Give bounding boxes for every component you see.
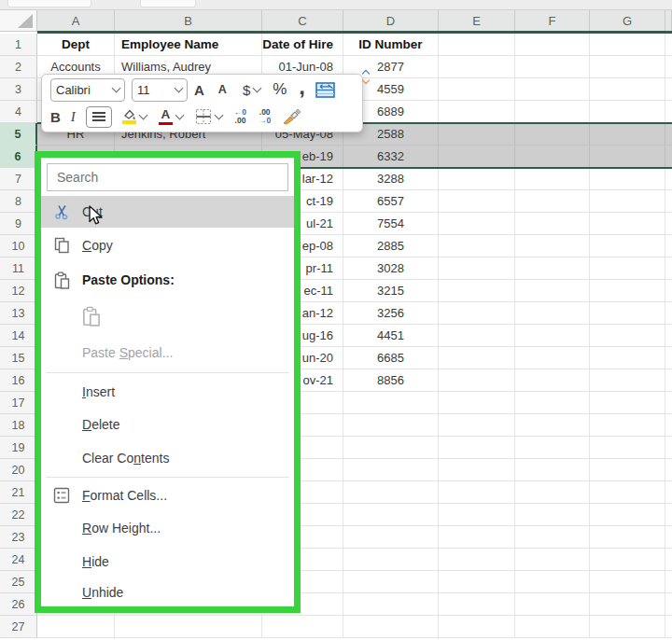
cell-D23[interactable] (343, 526, 439, 549)
format-painter-button[interactable] (282, 108, 301, 125)
column-header-D[interactable]: D (343, 10, 439, 32)
row-header-11[interactable]: 11 (0, 257, 37, 280)
cell-G4[interactable] (590, 101, 665, 123)
italic-button[interactable]: I (71, 109, 76, 125)
accounting-format-button[interactable]: $ (243, 82, 260, 98)
font-size-combo[interactable]: 11 (132, 78, 188, 102)
menu-item-paste-special[interactable]: Paste Special... (41, 335, 294, 370)
cell-D20[interactable] (343, 459, 439, 481)
row-header-21[interactable]: 21 (0, 481, 37, 504)
cell-D11[interactable]: 3028 (343, 257, 439, 280)
row-header-4[interactable]: 4 (0, 101, 37, 123)
cell-D19[interactable] (343, 437, 439, 459)
menu-item-unhide[interactable]: Unhide (41, 577, 294, 606)
menu-item-format-cells[interactable]: Format Cells... (41, 480, 294, 511)
cell-F26[interactable] (515, 593, 590, 616)
search-input[interactable] (47, 163, 288, 191)
column-header-F[interactable]: F (515, 10, 590, 32)
cell-E2[interactable] (439, 56, 515, 78)
row-header-22[interactable]: 22 (0, 504, 37, 526)
cell-E19[interactable] (439, 437, 515, 459)
cell-F2[interactable] (515, 56, 590, 78)
cell-E12[interactable] (439, 280, 515, 302)
font-color-button[interactable]: A (159, 108, 183, 125)
row-header-16[interactable]: 16 (0, 369, 37, 392)
cell-E22[interactable] (439, 504, 515, 526)
cell-F4[interactable] (515, 101, 590, 123)
cell-G26[interactable] (590, 593, 665, 616)
menu-item-copy[interactable]: Copy (41, 228, 294, 262)
cell-D10[interactable]: 2885 (343, 235, 439, 257)
cell-E16[interactable] (439, 369, 515, 392)
comma-style-button[interactable]: , (299, 88, 305, 91)
cell-F19[interactable] (515, 437, 590, 459)
cell-D14[interactable]: 4451 (343, 325, 439, 347)
row-header-15[interactable]: 15 (0, 347, 37, 369)
increase-font-size-button[interactable]: A (194, 82, 204, 98)
cell-D22[interactable] (343, 504, 439, 526)
cell-F24[interactable] (515, 549, 590, 571)
cell-B1[interactable]: Employee Name (115, 34, 262, 56)
cell-E23[interactable] (439, 526, 515, 549)
column-header-G[interactable]: G (590, 10, 665, 32)
percent-style-button[interactable]: % (273, 80, 287, 99)
cell-A27[interactable] (37, 616, 115, 638)
row-header-9[interactable]: 9 (0, 213, 37, 235)
menu-item-paste-options[interactable]: Paste Options: (41, 262, 294, 298)
cell-E20[interactable] (439, 459, 515, 481)
cell-G25[interactable] (590, 571, 665, 593)
cell-G23[interactable] (590, 526, 665, 549)
font-name-combo[interactable]: Calibri (50, 78, 125, 102)
cell-F23[interactable] (515, 526, 590, 549)
row-header-23[interactable]: 23 (0, 526, 37, 549)
row-header-2[interactable]: 2 (0, 56, 37, 78)
cell-B27[interactable] (115, 616, 262, 638)
cell-G10[interactable] (590, 235, 665, 257)
row-header-6[interactable]: 6 (0, 146, 37, 168)
cell-G8[interactable] (590, 190, 665, 213)
cell-D6[interactable]: 6332 (343, 146, 439, 168)
cell-G27[interactable] (590, 616, 665, 638)
cell-F13[interactable] (515, 302, 590, 325)
select-all-corner[interactable] (0, 10, 37, 32)
cell-D16[interactable]: 8856 (343, 369, 439, 392)
decrease-decimal-button[interactable]: ←0 .00 (234, 108, 246, 125)
cell-D25[interactable] (343, 571, 439, 593)
fill-color-button[interactable] (122, 109, 147, 124)
cell-F20[interactable] (515, 459, 590, 481)
cell-D21[interactable] (343, 481, 439, 504)
cell-E4[interactable] (439, 101, 515, 123)
row-header-25[interactable]: 25 (0, 571, 37, 593)
cell-E9[interactable] (439, 213, 515, 235)
cell-E5[interactable] (439, 123, 515, 146)
cell-F7[interactable] (515, 168, 590, 190)
cell-F3[interactable] (515, 78, 590, 101)
cell-F22[interactable] (515, 504, 590, 526)
row-header-26[interactable]: 26 (0, 593, 37, 616)
row-header-3[interactable]: 3 (0, 78, 37, 101)
cell-F9[interactable] (515, 213, 590, 235)
decrease-font-size-button[interactable]: A (218, 83, 227, 96)
cell-G21[interactable] (590, 481, 665, 504)
cell-G6[interactable] (590, 146, 665, 168)
cell-F10[interactable] (515, 235, 590, 257)
cell-G14[interactable] (590, 325, 665, 347)
column-header-E[interactable]: E (439, 10, 515, 32)
cell-D18[interactable] (343, 414, 439, 437)
alignment-button[interactable] (86, 106, 112, 128)
cell-G19[interactable] (590, 437, 665, 459)
cell-F14[interactable] (515, 325, 590, 347)
row-header-14[interactable]: 14 (0, 325, 37, 347)
cell-G12[interactable] (590, 280, 665, 302)
cell-G18[interactable] (590, 414, 665, 437)
row-header-12[interactable]: 12 (0, 280, 37, 302)
cell-A1[interactable]: Dept (37, 34, 115, 56)
borders-button[interactable] (195, 108, 222, 125)
cell-E8[interactable] (439, 190, 515, 213)
cell-D7[interactable]: 3288 (343, 168, 439, 190)
cell-F5[interactable] (515, 123, 590, 146)
cell-F1[interactable] (515, 34, 590, 56)
row-header-27[interactable]: 27 (0, 616, 37, 638)
cell-F16[interactable] (515, 369, 590, 392)
row-header-20[interactable]: 20 (0, 459, 37, 481)
